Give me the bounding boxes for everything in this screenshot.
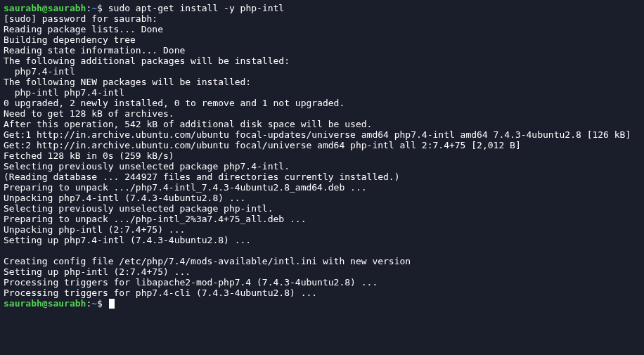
output-line: Selecting previously unselected package … [4,161,640,172]
output-line: After this operation, 542 kB of addition… [4,119,640,129]
output-line: Preparing to unpack .../php7.4-intl_7.4.… [4,182,640,193]
prompt-user: saurabh [4,298,42,309]
prompt-dollar: $ [97,3,108,13]
output-line: Preparing to unpack .../php-intl_2%3a7.4… [4,214,640,224]
output-line: Fetched 128 kB in 0s (259 kB/s) [4,150,640,161]
output-line: (Reading database ... 244927 files and d… [4,172,640,182]
output-line: Setting up php7.4-intl (7.4.3-4ubuntu2.8… [4,235,640,245]
output-line: Get:1 http://in.archive.ubuntu.com/ubunt… [4,129,640,140]
prompt-path: ~ [91,298,97,309]
output-line: [sudo] password for saurabh: [4,13,640,24]
prompt-host: saurabh [48,298,86,309]
output-line [4,245,640,256]
prompt-at: @ [42,3,48,13]
output-line: Building dependency tree [4,34,640,45]
output-line: Reading state information... Done [4,45,640,56]
output-line: Setting up php-intl (2:7.4+75) ... [4,266,640,277]
output-line: Selecting previously unselected package … [4,203,640,214]
output-line: Need to get 128 kB of archives. [4,108,640,119]
output-line: The following additional packages will b… [4,56,640,66]
output-line: php7.4-intl [4,66,640,77]
output-line: The following NEW packages will be insta… [4,77,640,87]
output-line: Processing triggers for php7.4-cli (7.4.… [4,288,640,298]
prompt-line-1: saurabh@saurabh:~$ sudo apt-get install … [4,3,640,13]
prompt-user: saurabh [4,3,42,13]
output-line: Get:2 http://in.archive.ubuntu.com/ubunt… [4,140,640,150]
output-line: Unpacking php-intl (2:7.4+75) ... [4,224,640,235]
prompt-dollar: $ [97,298,108,309]
output-line: Creating config file /etc/php/7.4/mods-a… [4,256,640,266]
output-line: php-intl php7.4-intl [4,87,640,98]
output-line: 0 upgraded, 2 newly installed, 0 to remo… [4,98,640,108]
output-line: Unpacking php7.4-intl (7.4.3-4ubuntu2.8)… [4,193,640,203]
prompt-at: @ [42,298,48,309]
prompt-path: ~ [91,3,97,13]
command-text: sudo apt-get install -y php-intl [108,3,284,13]
terminal[interactable]: saurabh@saurabh:~$ sudo apt-get install … [4,3,640,309]
prompt-host: saurabh [48,3,86,13]
prompt-line-2[interactable]: saurabh@saurabh:~$ [4,298,640,309]
output-line: Reading package lists... Done [4,24,640,34]
output-block: [sudo] password for saurabh:Reading pack… [4,13,640,298]
output-line: Processing triggers for libapache2-mod-p… [4,277,640,288]
cursor-icon [109,299,115,309]
